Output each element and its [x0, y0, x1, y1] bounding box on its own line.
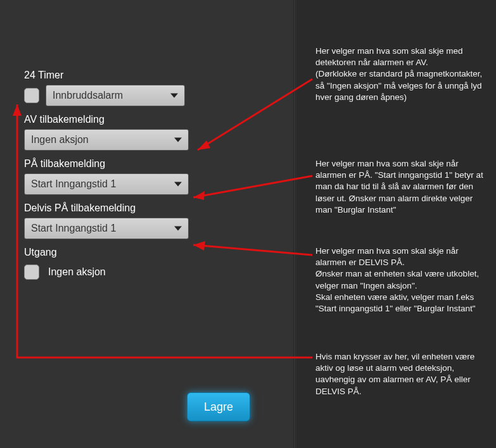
annotation-delvis: Her velger man hva som skal skje når ala… [315, 246, 486, 314]
label-pa: PÅ tilbakemelding [24, 158, 214, 170]
annotation-24timer: Hvis man krysser av her, vil enheten vær… [315, 351, 486, 397]
select-pa-value: Start Inngangstid 1 [31, 178, 116, 190]
annotation-av: Her velger man hva som skal skje med det… [315, 46, 486, 103]
select-av-value: Ingen aksjon [31, 134, 89, 146]
save-button[interactable]: Lagre [187, 392, 250, 421]
label-av: AV tilbakemelding [24, 114, 214, 125]
checkbox-utgang[interactable] [24, 264, 39, 280]
chevron-down-icon [174, 138, 182, 142]
select-delvis-value: Start Inngangstid 1 [31, 223, 116, 234]
utgang-text: Ingen aksjon [48, 266, 106, 278]
select-delvis[interactable]: Start Inngangstid 1 [24, 218, 189, 239]
svg-marker-6 [13, 104, 22, 116]
utgang-row: Ingen aksjon [24, 264, 214, 280]
label-24timer: 24 Timer [24, 70, 214, 81]
select-24timer-value: Innbruddsalarm [53, 90, 123, 101]
annotation-pa: Her velger man hva som skal skje når ala… [315, 158, 486, 216]
checkbox-24timer[interactable] [24, 88, 39, 103]
vertical-divider [293, 0, 295, 448]
label-delvis: Delvis PÅ tilbakemelding [24, 202, 214, 214]
select-av[interactable]: Ingen aksjon [24, 129, 189, 151]
select-pa[interactable]: Start Inngangstid 1 [24, 173, 189, 195]
save-button-label: Lagre [204, 401, 233, 414]
label-utgang: Utgang [24, 247, 214, 258]
row-24timer: Innbruddsalarm [24, 85, 214, 106]
svg-line-0 [198, 79, 312, 150]
form-panel: 24 Timer Innbruddsalarm AV tilbakemeldin… [24, 70, 214, 280]
chevron-down-icon [174, 227, 182, 231]
chevron-down-icon [170, 94, 178, 98]
chevron-down-icon [174, 182, 182, 187]
select-24timer[interactable]: Innbruddsalarm [46, 85, 185, 106]
